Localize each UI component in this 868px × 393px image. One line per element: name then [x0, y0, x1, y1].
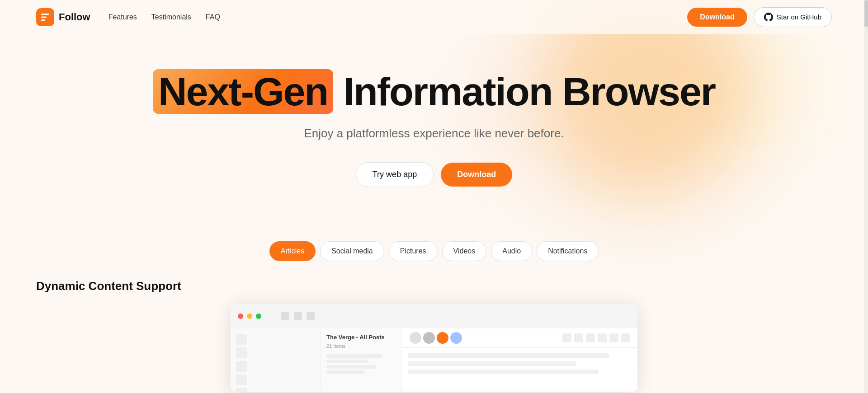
scrollbar[interactable] — [864, 0, 868, 393]
avatar-4 — [450, 332, 462, 344]
github-button-label: Star on GitHub — [777, 13, 821, 21]
hero-buttons: Try web app Download — [18, 162, 850, 187]
sidebar-icon-5 — [236, 388, 247, 392]
tab-articles[interactable]: Articles — [269, 241, 316, 261]
features-tabs: Articles Social media Pictures Videos Au… — [0, 241, 868, 261]
dynamic-content-title: Dynamic Content Support — [0, 279, 868, 293]
app-preview-content: The Verge - All Posts 21 Items — [231, 328, 637, 392]
hero-title-highlight: Next-Gen — [153, 69, 333, 114]
feed-item-3 — [326, 365, 376, 369]
toolbar-search-icon[interactable] — [281, 312, 289, 320]
toolbar-action-6[interactable] — [621, 333, 630, 342]
content-line-1 — [408, 353, 609, 358]
content-line-2 — [408, 361, 576, 366]
sidebar-icon-3 — [236, 361, 247, 372]
traffic-light-green — [256, 313, 261, 319]
navbar-left: Follow Features Testimonials FAQ — [36, 8, 220, 26]
features-section: Articles Social media Pictures Videos Au… — [0, 214, 868, 392]
toolbar-action-1[interactable] — [562, 333, 571, 342]
svg-rect-0 — [41, 14, 49, 15]
tab-pictures[interactable]: Pictures — [389, 241, 438, 261]
svg-rect-1 — [41, 16, 47, 18]
github-icon — [764, 13, 773, 22]
nav-link-features[interactable]: Features — [108, 13, 137, 21]
app-preview: The Verge - All Posts 21 Items — [231, 304, 637, 392]
feed-item-1 — [326, 354, 382, 358]
hero-title: Next-Gen Information Browser — [18, 70, 850, 114]
download-nav-button[interactable]: Download — [687, 8, 747, 27]
svg-rect-2 — [41, 19, 45, 21]
feed-panel: The Verge - All Posts 21 Items — [321, 328, 402, 392]
toolbar-add-icon[interactable] — [294, 312, 302, 320]
avatar-2 — [423, 332, 435, 344]
toolbar-action-5[interactable] — [609, 333, 618, 342]
logo[interactable]: Follow — [36, 8, 90, 26]
content-line-3 — [408, 370, 599, 374]
sidebar-icon-4 — [236, 374, 247, 385]
hero-section: Next-Gen Information Browser Enjoy a pla… — [0, 34, 868, 214]
tab-videos[interactable]: Videos — [442, 241, 487, 261]
follow-logo-icon — [40, 12, 51, 23]
traffic-light-yellow — [247, 313, 252, 319]
app-sidebar — [231, 328, 321, 392]
toolbar-action-4[interactable] — [598, 333, 607, 342]
navbar: Follow Features Testimonials FAQ Downloa… — [0, 0, 868, 34]
hero-subtitle: Enjoy a platformless experience like nev… — [18, 126, 850, 140]
avatar-3 — [437, 332, 448, 344]
traffic-light-red — [238, 313, 243, 319]
tab-audio[interactable]: Audio — [491, 241, 532, 261]
feed-count: 21 Items — [326, 343, 396, 349]
app-preview-toolbar — [274, 309, 322, 324]
hero-title-rest: Information Browser — [333, 69, 715, 114]
feed-name: The Verge - All Posts — [326, 334, 396, 341]
tab-notifications[interactable]: Notifications — [537, 241, 599, 261]
app-main-toolbar — [402, 328, 637, 348]
logo-text: Follow — [59, 11, 90, 23]
avatar-1 — [410, 332, 421, 344]
try-web-button[interactable]: Try web app — [356, 162, 434, 187]
app-preview-header — [231, 304, 637, 328]
tab-social-media[interactable]: Social media — [320, 241, 384, 261]
github-button[interactable]: Star on GitHub — [754, 7, 832, 27]
nav-link-testimonials[interactable]: Testimonials — [151, 13, 191, 21]
toolbar-action-2[interactable] — [574, 333, 583, 342]
nav-links: Features Testimonials FAQ — [108, 13, 220, 21]
feed-item-4 — [326, 370, 365, 374]
scrollbar-thumb[interactable] — [864, 0, 868, 27]
feed-item-2 — [326, 360, 368, 363]
sidebar-icon-1 — [236, 334, 247, 345]
logo-icon — [36, 8, 54, 26]
toolbar-more-icon[interactable] — [307, 312, 315, 320]
app-main-content — [402, 328, 637, 392]
toolbar-action-3[interactable] — [586, 333, 595, 342]
navbar-right: Download Star on GitHub — [687, 7, 832, 27]
nav-link-faq[interactable]: FAQ — [206, 13, 220, 21]
sidebar-icon-2 — [236, 347, 247, 358]
download-hero-button[interactable]: Download — [441, 163, 512, 187]
